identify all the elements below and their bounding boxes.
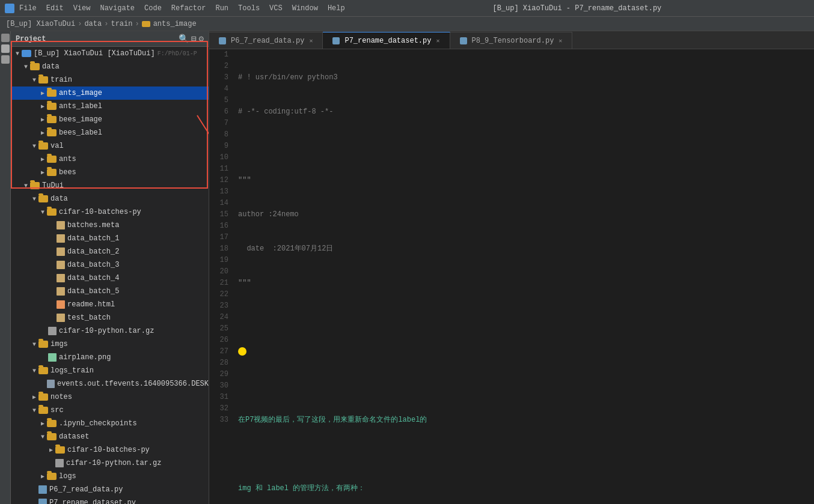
- folder-icon-cifar-nested: [55, 446, 65, 454]
- tree-item-notes[interactable]: ▶ notes: [11, 390, 209, 404]
- tree-item-ants-image[interactable]: ▶ ants_image: [11, 87, 209, 100]
- tree-label-root: [B_up] XiaoTuDui [XiaoTuDui]: [34, 49, 155, 58]
- arrow-icon: ▼: [22, 64, 30, 70]
- tree-label-tudui-data: data: [50, 195, 68, 203]
- panel-icon-collapse[interactable]: ⊟: [191, 34, 196, 44]
- tree-item-cifar-gz[interactable]: ▶ cifar-10-python.tar.gz: [11, 324, 209, 338]
- tree-item-bees[interactable]: ▶ bees: [11, 166, 209, 179]
- tree-label-tudui: TuDui: [42, 181, 64, 190]
- line-num-24: 24: [209, 312, 228, 323]
- tree-item-data[interactable]: ▼ data: [11, 60, 209, 73]
- breadcrumb-ants-image[interactable]: ants_image: [153, 20, 197, 28]
- tool-icon-structure[interactable]: [1, 44, 10, 53]
- tree-item-cifar-gz2[interactable]: ▶ cifar-10-python.tar.gz: [11, 457, 209, 470]
- code-content[interactable]: # ! usr/bin/env python3 # -*- coding:utf…: [233, 49, 814, 504]
- tool-icon-favorites[interactable]: [1, 55, 10, 64]
- menu-bar[interactable]: File Edit View Navigate Code Refactor Ru…: [19, 4, 345, 13]
- tree-item-logs-train[interactable]: ▼ logs_train: [11, 364, 209, 377]
- breadcrumb-train[interactable]: train: [111, 20, 132, 28]
- menu-tools[interactable]: Tools: [238, 4, 260, 13]
- tree-item-dataset[interactable]: ▼ dataset: [11, 430, 209, 443]
- tree-item-cifar-batches[interactable]: ▼ cifar-10-batches-py: [11, 205, 209, 219]
- menu-vcs[interactable]: VCS: [269, 4, 283, 13]
- tree-item-batches-meta[interactable]: ▶ batches.meta: [11, 219, 209, 232]
- arrow-icon: ▼: [30, 143, 38, 150]
- arrow-icon: ▼: [38, 434, 47, 440]
- breadcrumb-project[interactable]: [B_up] XiaoTuDui: [6, 20, 75, 28]
- tab-p7[interactable]: P7_rename_dataset.py ✕: [323, 32, 450, 49]
- tree-item-ants-label[interactable]: ▶ ants_label: [11, 100, 209, 113]
- tree-item-readme[interactable]: ▶ readme.html: [11, 298, 209, 311]
- code-line-4: """: [238, 175, 809, 186]
- file-icon-batch2: [57, 247, 65, 256]
- tree-label-imgs: imgs: [50, 340, 68, 348]
- tree-item-imgs[interactable]: ▼ imgs: [11, 338, 209, 351]
- menu-help[interactable]: Help: [328, 4, 345, 13]
- tree-item-tudui[interactable]: ▼ TuDui: [11, 179, 209, 192]
- menu-code[interactable]: Code: [144, 4, 162, 13]
- line-num-20: 20: [209, 266, 228, 278]
- panel-header-icons[interactable]: 🔍 ⊟ ⚙: [179, 34, 204, 44]
- menu-run[interactable]: Run: [215, 4, 228, 13]
- tree-label-bees-label: bees_label: [59, 129, 102, 137]
- tree-item-p7[interactable]: ▶ P7_rename_dataset.py: [11, 496, 209, 504]
- panel-icon-search[interactable]: 🔍: [179, 34, 189, 44]
- code-line-11: 在P7视频的最后，写了这段，用来重新命名文件的label的: [238, 414, 809, 426]
- menu-file[interactable]: File: [19, 4, 37, 13]
- code-container[interactable]: 1 2 3 4 5 6 7 8 9 10 11 12 13 14 15 16 1…: [209, 49, 814, 504]
- tool-icon-project[interactable]: [1, 34, 10, 42]
- tree-item-airplane[interactable]: ▶ airplane.png: [11, 351, 209, 364]
- menu-navigate[interactable]: Navigate: [100, 4, 135, 13]
- tree-item-data-batch-2[interactable]: ▶ data_batch_2: [11, 245, 209, 258]
- tree-label-batch2: data_batch_2: [67, 247, 119, 256]
- tab-close-p7[interactable]: ✕: [436, 37, 439, 44]
- tree-item-data-batch-3[interactable]: ▶ data_batch_3: [11, 258, 209, 272]
- folder-icon-bees: [47, 169, 57, 176]
- line-num-30: 30: [209, 380, 228, 392]
- tree-label-batches-meta: batches.meta: [67, 221, 119, 229]
- tab-close-p6[interactable]: ✕: [309, 37, 313, 44]
- tree-label-ipynb: .ipynb_checkpoints: [59, 419, 137, 428]
- panel-icon-settings[interactable]: ⚙: [199, 34, 204, 44]
- tree-item-train[interactable]: ▼ train: [11, 73, 209, 87]
- line-num-16: 16: [209, 220, 228, 232]
- tree-item-val[interactable]: ▼ val: [11, 139, 209, 153]
- tree-item-bees-image[interactable]: ▶ bees_image: [11, 113, 209, 126]
- tree-item-ants[interactable]: ▶ ants: [11, 153, 209, 166]
- tree-item-logs[interactable]: ▶ logs: [11, 470, 209, 483]
- line-num-18: 18: [209, 243, 228, 255]
- code-line-2: # -*- coding:utf-8 -*-: [238, 106, 809, 118]
- breadcrumb-data[interactable]: data: [84, 20, 102, 28]
- window-title: [B_up] XiaoTuDui - P7_rename_dataset.py: [492, 4, 661, 13]
- tab-icon-p8: [460, 37, 467, 44]
- tree-item-data-batch-1[interactable]: ▶ data_batch_1: [11, 232, 209, 245]
- tree-item-tudui-data[interactable]: ▼ data: [11, 192, 209, 205]
- tab-p8[interactable]: P8_9_Tensorboard.py ✕: [450, 32, 573, 49]
- menu-view[interactable]: View: [73, 4, 91, 13]
- tree-item-data-batch-4[interactable]: ▶ data_batch_4: [11, 272, 209, 285]
- file-icon-batch1: [57, 234, 65, 243]
- tree-item-root[interactable]: ▼ [B_up] XiaoTuDui [XiaoTuDui] F:/PhD/01…: [11, 47, 209, 60]
- menu-window[interactable]: Window: [292, 4, 318, 13]
- tab-p6[interactable]: P6_7_read_data.py ✕: [209, 32, 323, 49]
- tree-item-data-batch-5[interactable]: ▶ data_batch_5: [11, 285, 209, 298]
- tree-item-ipynb[interactable]: ▶ .ipynb_checkpoints: [11, 417, 209, 430]
- tree-item-events[interactable]: ▶ events.out.tfevents.1640095366.DESK: [11, 377, 209, 390]
- tree-item-bees-label[interactable]: ▶ bees_label: [11, 126, 209, 139]
- file-icon-p7: [38, 499, 47, 504]
- tree-label-batch3: data_batch_3: [67, 261, 119, 269]
- tab-close-p8[interactable]: ✕: [558, 37, 562, 44]
- tab-icon-p7: [332, 37, 340, 44]
- folder-icon-cifar: [47, 208, 57, 216]
- tree-item-src[interactable]: ▼ src: [11, 404, 209, 417]
- tree-item-test-batch[interactable]: ▶ test_batch: [11, 311, 209, 324]
- code-line-9: [238, 346, 809, 357]
- line-num-21: 21: [209, 278, 228, 289]
- menu-refactor[interactable]: Refactor: [171, 4, 206, 13]
- tree-item-cifar-nested[interactable]: ▶ cifar-10-batches-py: [11, 443, 209, 457]
- folder-icon-ipynb: [47, 420, 57, 427]
- file-icon-airplane: [48, 353, 57, 362]
- tree-item-p6[interactable]: ▶ P6_7_read_data.py: [11, 483, 209, 496]
- folder-icon-dataset: [47, 433, 57, 440]
- menu-edit[interactable]: Edit: [46, 4, 64, 13]
